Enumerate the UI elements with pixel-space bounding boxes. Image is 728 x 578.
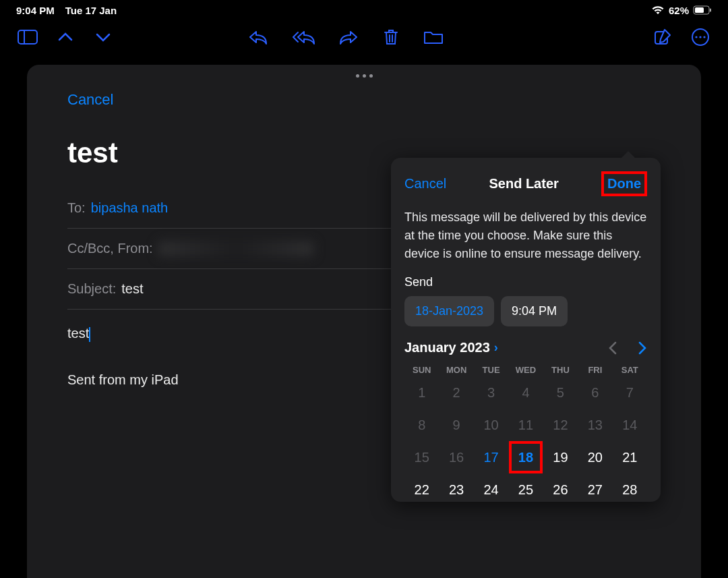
status-bar: 9:04 PM Tue 17 Jan 62%	[0, 0, 728, 20]
calendar-day[interactable]: 21	[613, 445, 647, 469]
weekday-label: SUN	[404, 365, 439, 375]
svg-point-7	[695, 36, 697, 38]
svg-rect-1	[695, 7, 704, 13]
calendar-day: 13	[578, 413, 612, 437]
calendar-month-label[interactable]: January 2023	[404, 340, 490, 355]
calendar-day: 11	[508, 413, 543, 437]
calendar-day: 7	[613, 380, 647, 405]
calendar-day: 15	[404, 445, 439, 469]
status-time: 9:04 PM	[16, 5, 55, 16]
calendar-day: 9	[439, 413, 473, 437]
popover-title: Send Later	[489, 176, 558, 192]
calendar-day: 5	[543, 380, 578, 405]
svg-point-8	[699, 36, 701, 38]
weekday-label: FRI	[578, 365, 612, 375]
calendar-day[interactable]: 18	[508, 445, 543, 469]
cc-label: Cc/Bcc, From:	[67, 241, 153, 256]
month-chevron-icon[interactable]: ›	[494, 341, 498, 355]
next-month-icon[interactable]	[638, 341, 647, 355]
reply-all-icon[interactable]	[291, 28, 316, 47]
popover-cancel-button[interactable]: Cancel	[404, 176, 446, 192]
send-time-pill[interactable]: 9:04 PM	[501, 296, 568, 326]
calendar-day[interactable]: 23	[439, 478, 473, 502]
svg-point-9	[703, 36, 705, 38]
forward-icon[interactable]	[338, 28, 359, 47]
status-date: Tue 17 Jan	[65, 5, 117, 16]
to-value: bipasha nath	[91, 200, 169, 216]
cancel-button[interactable]: Cancel	[67, 91, 661, 109]
weekday-label: SAT	[613, 365, 647, 375]
calendar-day: 10	[474, 413, 508, 437]
calendar-day[interactable]: 22	[404, 478, 439, 502]
calendar-day: 12	[543, 413, 578, 437]
calendar-day: 8	[404, 413, 439, 437]
wifi-icon	[651, 5, 665, 15]
to-label: To:	[67, 200, 86, 216]
calendar-day: 4	[508, 380, 543, 405]
subject-label: Subject:	[67, 281, 116, 297]
calendar-day: 1	[404, 380, 439, 405]
calendar-day[interactable]: 25	[508, 478, 543, 502]
calendar-day[interactable]: 19	[543, 445, 578, 469]
weekday-label: MON	[439, 365, 473, 375]
body-text: test	[67, 326, 89, 341]
svg-rect-3	[18, 30, 37, 44]
battery-percent: 62%	[669, 5, 689, 16]
calendar-days: 1234567891011121314151617181920212223242…	[404, 380, 647, 502]
reply-icon[interactable]	[248, 28, 268, 47]
compose-icon[interactable]	[653, 28, 673, 47]
calendar-day[interactable]: 26	[543, 478, 578, 502]
calendar-weekdays: SUNMONTUEWEDTHUFRISAT	[404, 365, 647, 375]
popover-done-button[interactable]: Done	[601, 171, 647, 196]
calendar-day: 3	[474, 380, 508, 405]
calendar-day: 2	[439, 380, 473, 405]
trash-icon[interactable]	[381, 28, 401, 47]
svg-rect-2	[710, 9, 711, 12]
weekday-label: THU	[543, 365, 578, 375]
more-icon[interactable]	[690, 28, 710, 47]
calendar-day: 6	[578, 380, 612, 405]
popover-description: This message will be delivered by this d…	[404, 208, 647, 263]
compose-sheet: Cancel test To: bipasha nath Cc/Bcc, Fro…	[27, 65, 701, 578]
sheet-grabber[interactable]	[27, 65, 701, 84]
weekday-label: WED	[508, 365, 543, 375]
calendar-day[interactable]: 17	[474, 445, 508, 469]
calendar-day: 14	[613, 413, 647, 437]
calendar-day[interactable]: 28	[613, 478, 647, 502]
folder-icon[interactable]	[423, 28, 444, 47]
subject-value: test	[121, 281, 143, 297]
calendar-day[interactable]: 24	[474, 478, 508, 502]
sidebar-toggle-icon[interactable]	[18, 28, 38, 47]
from-value-redacted	[158, 241, 313, 256]
send-date-pill[interactable]: 18-Jan-2023	[404, 296, 494, 326]
battery-icon	[693, 5, 712, 15]
send-later-popover: Cancel Send Later Done This message will…	[391, 158, 661, 502]
prev-month-icon[interactable]	[608, 341, 617, 355]
mail-toolbar	[0, 20, 728, 54]
calendar-day[interactable]: 27	[578, 478, 612, 502]
calendar-day: 16	[439, 445, 473, 469]
send-label: Send	[404, 275, 647, 289]
calendar-day[interactable]: 20	[578, 445, 612, 469]
weekday-label: TUE	[474, 365, 508, 375]
